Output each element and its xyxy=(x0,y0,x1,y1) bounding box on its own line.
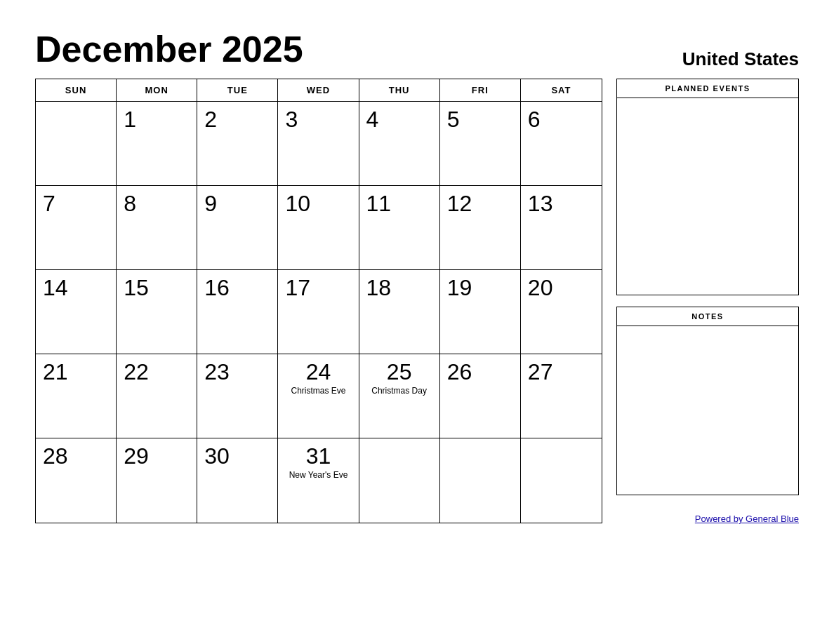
cal-cell-9: 9 xyxy=(197,186,278,270)
day-header-mon: MON xyxy=(117,79,197,101)
day-number: 16 xyxy=(204,276,230,300)
cal-cell-14: 14 xyxy=(36,270,117,354)
day-header-sat: SAT xyxy=(521,79,602,101)
cal-cell-19: 19 xyxy=(440,270,521,354)
cal-cell-16: 16 xyxy=(197,270,278,354)
day-number: 12 xyxy=(447,192,472,216)
main-layout: SUNMONTUEWEDTHUFRISAT 123456789101112131… xyxy=(35,79,799,524)
cal-cell-29: 29 xyxy=(117,438,197,523)
cal-cell-22: 22 xyxy=(117,354,197,438)
day-number: 11 xyxy=(366,192,392,216)
cal-cell-3: 3 xyxy=(278,102,359,186)
cal-cell-12: 12 xyxy=(440,186,521,270)
day-number: 31 xyxy=(306,444,331,469)
holiday-label: New Year's Eve xyxy=(289,470,348,481)
planned-events-body xyxy=(617,98,798,295)
cal-cell-15: 15 xyxy=(117,270,197,354)
cal-cell-28: 28 xyxy=(36,438,117,523)
day-number: 23 xyxy=(204,360,230,384)
day-number: 26 xyxy=(447,360,472,384)
day-number: 3 xyxy=(285,107,298,132)
cal-cell-13: 13 xyxy=(521,186,602,270)
cal-cell-empty-4-5 xyxy=(440,438,521,523)
cal-cell-2: 2 xyxy=(197,102,278,186)
cal-cell-27: 27 xyxy=(521,354,602,438)
day-number: 25 xyxy=(387,360,412,384)
notes-box: NOTES xyxy=(616,307,799,495)
day-number: 18 xyxy=(366,276,392,300)
cal-cell-8: 8 xyxy=(117,186,197,270)
day-number: 14 xyxy=(43,276,68,300)
notes-body xyxy=(617,326,798,495)
calendar-grid: 123456789101112131415161718192021222324C… xyxy=(36,102,602,523)
cal-cell-empty-4-6 xyxy=(521,438,602,523)
planned-events-title: PLANNED EVENTS xyxy=(617,79,798,98)
calendar: SUNMONTUEWEDTHUFRISAT 123456789101112131… xyxy=(35,79,602,523)
cal-cell-empty-0-0 xyxy=(36,102,117,186)
cal-cell-20: 20 xyxy=(521,270,602,354)
day-number: 20 xyxy=(528,276,553,300)
page-header: December 2025 United States xyxy=(35,28,799,70)
sidebar: PLANNED EVENTS NOTES Powered by General … xyxy=(616,79,799,524)
day-header-tue: TUE xyxy=(197,79,278,101)
planned-events-box: PLANNED EVENTS xyxy=(616,79,799,295)
day-number: 24 xyxy=(306,360,331,384)
country-label: United States xyxy=(682,48,799,70)
day-number: 28 xyxy=(43,444,68,469)
day-header-sun: SUN xyxy=(36,79,117,101)
cal-cell-7: 7 xyxy=(36,186,117,270)
day-number: 30 xyxy=(204,444,230,469)
day-number: 7 xyxy=(43,192,55,216)
cal-cell-31: 31New Year's Eve xyxy=(278,438,359,523)
day-number: 13 xyxy=(528,192,553,216)
day-number: 4 xyxy=(366,107,379,132)
day-number: 29 xyxy=(124,444,149,469)
day-number: 9 xyxy=(204,192,217,216)
day-header-wed: WED xyxy=(278,79,359,101)
powered-by-link[interactable]: Powered by General Blue xyxy=(695,514,799,524)
page-title: December 2025 xyxy=(35,28,303,70)
calendar-header: SUNMONTUEWEDTHUFRISAT xyxy=(36,79,602,102)
day-number: 27 xyxy=(528,360,553,384)
cal-cell-empty-4-4 xyxy=(359,438,440,523)
cal-cell-18: 18 xyxy=(359,270,440,354)
day-number: 19 xyxy=(447,276,472,300)
cal-cell-26: 26 xyxy=(440,354,521,438)
cal-cell-21: 21 xyxy=(36,354,117,438)
day-number: 5 xyxy=(447,107,460,132)
cal-cell-25: 25Christmas Day xyxy=(359,354,440,438)
day-number: 21 xyxy=(43,360,68,384)
day-number: 17 xyxy=(285,276,310,300)
day-number: 10 xyxy=(285,192,310,216)
cal-cell-1: 1 xyxy=(117,102,197,186)
day-header-thu: THU xyxy=(359,79,440,101)
day-number: 6 xyxy=(528,107,541,132)
day-header-fri: FRI xyxy=(440,79,521,101)
day-number: 15 xyxy=(124,276,149,300)
day-number: 22 xyxy=(124,360,149,384)
cal-cell-6: 6 xyxy=(521,102,602,186)
cal-cell-17: 17 xyxy=(278,270,359,354)
footer: Powered by General Blue xyxy=(616,514,799,524)
notes-title: NOTES xyxy=(617,307,798,326)
day-number: 2 xyxy=(204,107,217,132)
cal-cell-10: 10 xyxy=(278,186,359,270)
holiday-label: Christmas Day xyxy=(371,386,427,397)
cal-cell-4: 4 xyxy=(359,102,440,186)
cal-cell-23: 23 xyxy=(197,354,278,438)
cal-cell-30: 30 xyxy=(197,438,278,523)
day-number: 8 xyxy=(124,192,136,216)
cal-cell-24: 24Christmas Eve xyxy=(278,354,359,438)
holiday-label: Christmas Eve xyxy=(291,386,345,397)
day-number: 1 xyxy=(124,107,136,132)
cal-cell-11: 11 xyxy=(359,186,440,270)
cal-cell-5: 5 xyxy=(440,102,521,186)
